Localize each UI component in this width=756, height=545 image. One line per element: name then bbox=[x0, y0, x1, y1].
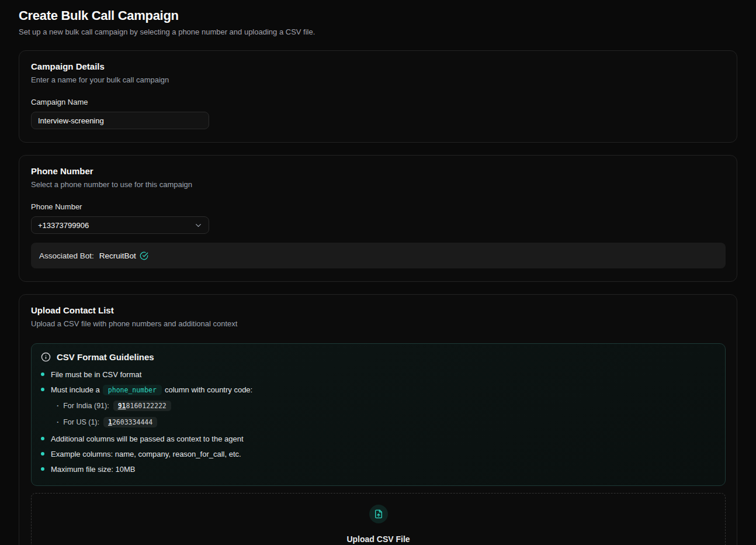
phone-number-title: Phone Number bbox=[31, 166, 725, 176]
us-example-label: For US (1): bbox=[63, 418, 99, 426]
india-example-label: For India (91): bbox=[63, 402, 109, 410]
csv-guidelines-title: CSV Format Guidelines bbox=[57, 352, 154, 362]
guideline-item: File must be in CSV format bbox=[41, 370, 716, 379]
phone-number-code-chip: phone_number bbox=[103, 385, 162, 395]
guideline-text: Maximum file size: 10MB bbox=[51, 465, 135, 474]
upload-title: Upload Contact List bbox=[31, 305, 725, 315]
campaign-details-subtitle: Enter a name for your bulk call campaign bbox=[31, 75, 725, 84]
guideline-text: Additional columns will be passed as con… bbox=[51, 434, 244, 443]
phone-number-select[interactable]: +13373799906 bbox=[31, 216, 209, 234]
upload-subtitle: Upload a CSV file with phone numbers and… bbox=[31, 319, 725, 328]
csv-guidelines-header: CSV Format Guidelines bbox=[41, 352, 716, 362]
associated-bot-value: RecruitBot bbox=[99, 251, 136, 260]
upload-icon-circle bbox=[369, 505, 388, 523]
campaign-name-input[interactable] bbox=[31, 112, 209, 129]
bulk-call-campaign-page: Create Bulk Call Campaign Set up a new b… bbox=[0, 0, 756, 545]
campaign-details-title: Campaign Details bbox=[31, 61, 725, 71]
csv-dropzone[interactable]: Upload CSV File Drag and drop or click t… bbox=[31, 493, 726, 545]
phone-number-label: Phone Number bbox=[31, 202, 725, 211]
phone-number-subtitle: Select a phone number to use for this ca… bbox=[31, 180, 725, 189]
chevron-down-icon bbox=[194, 221, 203, 230]
associated-bot-label: Associated Bot: bbox=[39, 251, 94, 260]
csv-guidelines-panel: CSV Format Guidelines File must be in CS… bbox=[31, 343, 726, 486]
india-example-number: 918160122222 bbox=[113, 401, 171, 411]
india-example: For India (91): 918160122222 bbox=[57, 401, 716, 411]
file-upload-icon bbox=[374, 509, 383, 519]
us-example: For US (1): 12603334444 bbox=[57, 417, 716, 427]
bullet-dot-icon bbox=[41, 388, 44, 391]
guideline-item: Must include aphone_numbercolumn with co… bbox=[41, 385, 716, 394]
guideline-text: Must include aphone_numbercolumn with co… bbox=[51, 385, 252, 394]
check-circle-icon bbox=[140, 251, 148, 260]
info-icon bbox=[41, 352, 51, 362]
page-title: Create Bulk Call Campaign bbox=[19, 8, 737, 23]
bullet-dot-icon bbox=[41, 467, 44, 471]
campaign-details-card: Campaign Details Enter a name for your b… bbox=[19, 50, 737, 143]
phone-number-card: Phone Number Select a phone number to us… bbox=[19, 155, 737, 282]
country-code-examples: For India (91): 918160122222 For US (1):… bbox=[57, 401, 716, 427]
csv-guidelines-list: File must be in CSV format Must include … bbox=[41, 370, 716, 474]
bullet-dot-icon bbox=[41, 452, 44, 456]
us-example-number: 12603334444 bbox=[103, 417, 157, 427]
bullet-dot-icon bbox=[41, 437, 44, 440]
bullet-dot-icon bbox=[41, 372, 44, 376]
associated-bot-bar: Associated Bot: RecruitBot bbox=[31, 243, 726, 268]
guideline-text: Example columns: name, company, reason_f… bbox=[51, 450, 241, 458]
campaign-name-label: Campaign Name bbox=[31, 98, 725, 106]
guideline-item: Example columns: name, company, reason_f… bbox=[41, 450, 716, 458]
page-subtitle: Set up a new bulk call campaign by selec… bbox=[19, 27, 737, 36]
guideline-text: File must be in CSV format bbox=[51, 370, 141, 379]
phone-number-selected-value: +13373799906 bbox=[38, 221, 89, 230]
guideline-item: Additional columns will be passed as con… bbox=[41, 434, 716, 443]
upload-contact-list-card: Upload Contact List Upload a CSV file wi… bbox=[19, 294, 737, 545]
guideline-item: Maximum file size: 10MB bbox=[41, 465, 716, 474]
dropzone-title: Upload CSV File bbox=[346, 534, 410, 544]
